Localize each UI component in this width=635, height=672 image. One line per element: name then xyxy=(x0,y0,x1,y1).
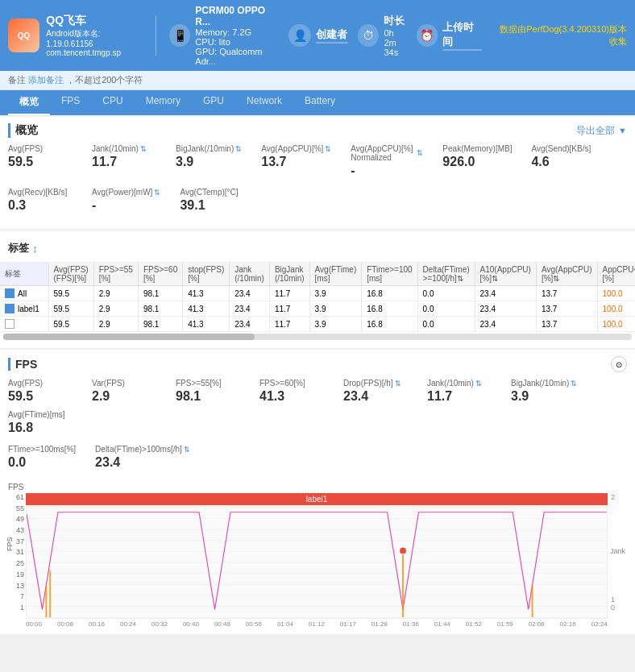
sort-icon: ⇅ xyxy=(140,145,147,153)
table-scrollbar[interactable] xyxy=(3,334,632,340)
device-cpu: CPU: lito xyxy=(195,37,279,47)
x-axis-labels: 00:0000:0800:1600:2400:3200:4000:4800:56… xyxy=(26,620,608,628)
sort-icon: ⇅ xyxy=(475,380,482,388)
row-checkbox-all[interactable] xyxy=(5,288,15,298)
th-stop-fps: stop(FPS)[%] xyxy=(183,263,230,286)
tags-header: 标签 ↕ xyxy=(0,238,635,262)
row-checkbox-label1[interactable] xyxy=(5,304,15,313)
upload-value xyxy=(442,49,482,51)
tags-section: 标签 ↕ 标签 Avg(FPS)(FPS)[%] FPS>=55[%] FPS>… xyxy=(0,231,635,348)
tab-fps[interactable]: FPS xyxy=(50,90,91,115)
divider xyxy=(156,15,156,56)
export-all-button[interactable]: 导出全部 xyxy=(576,124,615,138)
table-row: 59.5 2.9 98.1 41.3 23.4 11.7 3.9 16.8 0.… xyxy=(0,317,635,332)
stat-appcpu: Avg(AppCPU)[%]⇅ 13.7 xyxy=(261,144,331,178)
chart-legend-banner: label1 xyxy=(26,493,608,505)
overview-header: 概览 导出全部 ▼ xyxy=(8,123,627,138)
nav-tabs: 概览 FPS CPU Memory GPU Network Battery xyxy=(0,90,635,115)
tags-table-container[interactable]: 标签 Avg(FPS)(FPS)[%] FPS>=55[%] FPS>=60[%… xyxy=(0,262,635,342)
creator-icon: 👤 xyxy=(288,24,311,47)
creator-value xyxy=(316,42,348,44)
table-row: All 59.5 2.9 98.1 41.3 23.4 11.7 3.9 16.… xyxy=(0,286,635,301)
fps-title: FPS xyxy=(8,358,37,371)
fps-chart-area: FPS 61554943373125191371 label1 xyxy=(8,483,627,628)
tab-cpu[interactable]: CPU xyxy=(91,90,134,115)
tab-overview[interactable]: 概览 xyxy=(8,90,50,115)
fps-chart-inner: label1 xyxy=(26,493,608,628)
fps-stat-ftime100: FTime>=100ms[%] 0.0 xyxy=(8,445,76,470)
row-label-all: All xyxy=(0,286,48,301)
th-avg-ftime: Avg(FTime)[ms] xyxy=(309,263,362,286)
notes-bar: 备注 添加备注 ，不超过200个字符 xyxy=(0,71,635,90)
tab-network[interactable]: Network xyxy=(235,90,293,115)
device-name: PCRM00 OPPO R... xyxy=(195,5,279,27)
sort-icon: ⇅ xyxy=(571,380,577,388)
fps-chart-svg xyxy=(26,506,608,619)
stat-avg-fps: Avg(FPS) 59.5 xyxy=(8,144,73,178)
tab-battery[interactable]: Battery xyxy=(293,90,347,115)
fps-stat-55: FPS>=55[%] 98.1 xyxy=(176,379,240,404)
device-info: 📱 PCRM00 OPPO R... Memory: 7.2G CPU: lit… xyxy=(169,5,279,66)
stat-peak-memory: Peak(Memory)[MB] 926.0 xyxy=(442,144,512,178)
fps-stat-avg-ftime: Avg(FTime)[ms] 16.8 xyxy=(8,410,73,435)
th-label: 标签 xyxy=(0,263,48,286)
duration-text: 时长 0h 2m34s xyxy=(384,14,406,57)
stat-bigjank: BigJank(/10min)⇅ 3.9 xyxy=(176,144,242,178)
duration-value: 0h 2m34s xyxy=(384,28,406,57)
perfdog-info: 数据由PerfDog(3.4.200310)版本收集 xyxy=(492,23,627,48)
duration-stat: ⏱ 时长 0h 2m34s xyxy=(358,14,407,57)
row-label-label1: label1 xyxy=(0,301,48,317)
upload-stat: ⏰ 上传时间 xyxy=(417,20,482,51)
fps-chart-container[interactable]: 61554943373125191371 label1 xyxy=(8,493,627,628)
fps-stat-bigjank: BigJank(/10min)⇅ 3.9 xyxy=(511,379,577,404)
tab-gpu[interactable]: GPU xyxy=(192,90,235,115)
device-memory: Memory: 7.2G xyxy=(195,27,279,37)
overview-stats-row2: Avg(Recv)[KB/s] 0.3 Avg(Power)[mW]⇅ - Av… xyxy=(8,188,627,219)
th-bigjank: BigJank(/10min) xyxy=(269,263,309,286)
creator-text: 创建者 xyxy=(316,27,348,44)
table-header-row: 标签 Avg(FPS)(FPS)[%] FPS>=55[%] FPS>=60[%… xyxy=(0,263,635,286)
fps-collapse-button[interactable]: ⊙ xyxy=(611,356,627,372)
row-checkbox-empty[interactable] xyxy=(5,319,15,329)
sort-icon: ⇅ xyxy=(235,145,242,153)
creator-stat: 👤 创建者 xyxy=(288,24,348,47)
tab-memory[interactable]: Memory xyxy=(135,90,192,115)
upload-text: 上传时间 xyxy=(442,20,482,51)
app-name: QQ飞车 xyxy=(46,14,143,28)
fps-stat-drop: Drop(FPS)[/h]⇅ 23.4 xyxy=(343,379,408,404)
app-text: QQ飞车 Android版本名: 1.19.0.61156 com.tencen… xyxy=(46,14,143,57)
tags-title: 标签 xyxy=(8,241,29,255)
sort-icon: ⇅ xyxy=(395,380,401,388)
sort-icon: ⇅ xyxy=(417,149,423,157)
overview-section: 概览 导出全部 ▼ Avg(FPS) 59.5 Jank(/10min)⇅ 11… xyxy=(0,117,635,230)
th-fps55: FPS>=55[%] xyxy=(93,263,138,286)
overview-title: 概览 xyxy=(8,123,38,138)
clock-icon: ⏱ xyxy=(358,24,379,47)
stat-avg-power: Avg(Power)[mW]⇅ - xyxy=(92,188,160,213)
fps-section: FPS ⊙ Avg(FPS) 59.5 Var(FPS) 2.9 FPS>=55… xyxy=(0,350,635,634)
upload-icon: ⏰ xyxy=(417,24,438,47)
th-fps60: FPS>=60[%] xyxy=(138,263,182,286)
sort-icon: ⇅ xyxy=(184,446,190,454)
sort-icon: ⇅ xyxy=(154,189,160,197)
fps-stat-avg: Avg(FPS) 59.5 xyxy=(8,379,73,404)
tags-table: 标签 Avg(FPS)(FPS)[%] FPS>=55[%] FPS>=60[%… xyxy=(0,263,635,332)
tags-sort-icon[interactable]: ↕ xyxy=(32,243,38,255)
fps-stats-row2: FTime>=100ms[%] 0.0 Delta(FTime)>100ms[/… xyxy=(8,445,627,476)
sort-icon: ⇅ xyxy=(325,145,331,153)
app-info: QQ QQ飞车 Android版本名: 1.19.0.61156 com.ten… xyxy=(8,14,143,57)
row-label-empty xyxy=(0,317,48,332)
th-a10-appcpu: A10(AppCPU)[%]⇅ xyxy=(475,263,536,286)
th-delta-ftime: Delta(FTime)>=100[/h]⇅ xyxy=(417,263,475,286)
add-notes-link[interactable]: 添加备注 xyxy=(28,75,64,85)
fps-stats-row1: Avg(FPS) 59.5 Var(FPS) 2.9 FPS>=55[%] 98… xyxy=(8,379,627,442)
stat-avg-recv: Avg(Recv)[KB/s] 0.3 xyxy=(8,188,73,213)
device-gpu: GPU: Qualcomm Adr... xyxy=(195,47,279,66)
stat-appcpu-normalized: Avg(AppCPU)[%] Normalized⇅ - xyxy=(351,144,423,178)
device-icon: 📱 xyxy=(169,24,190,47)
jank-y-label: Jank xyxy=(610,547,625,555)
app-header: QQ QQ飞车 Android版本名: 1.19.0.61156 com.ten… xyxy=(0,0,635,71)
cell-avg-fps: 59.5 xyxy=(48,286,93,301)
y-axis: 61554943373125191371 xyxy=(8,493,26,612)
export-chevron-icon[interactable]: ▼ xyxy=(618,126,627,135)
